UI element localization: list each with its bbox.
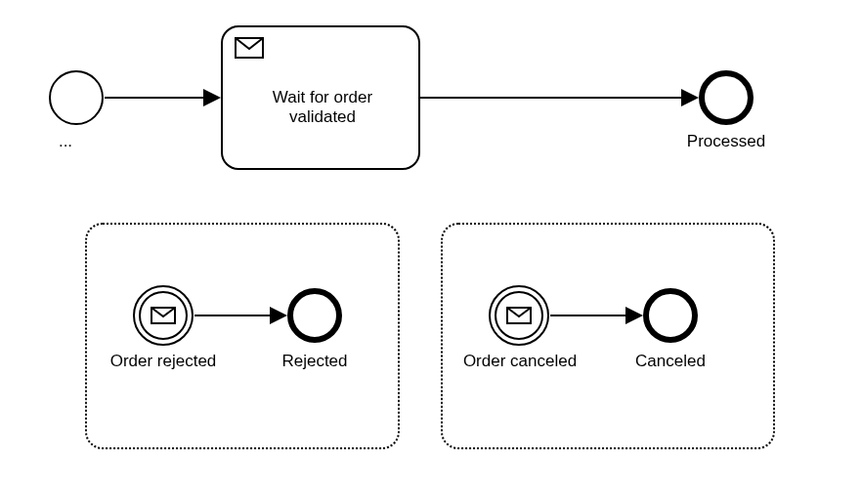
event-subprocess: Order rejected Rejected — [85, 223, 400, 449]
message-icon — [151, 307, 176, 324]
start-event-label: ... — [41, 132, 90, 151]
message-start-event — [133, 285, 194, 346]
end-event — [699, 70, 754, 125]
event-subprocess: Order canceled Canceled — [441, 223, 775, 449]
sequence-flow — [105, 97, 206, 99]
end-event-label: Canceled — [622, 352, 719, 371]
arrowhead-icon — [625, 307, 643, 324]
end-event-label: Processed — [677, 132, 775, 151]
task-label: Wait for order validated — [223, 88, 422, 126]
bpmn-diagram: ... Wait for order validated Processed — [0, 0, 862, 504]
end-event — [643, 288, 698, 343]
message-icon — [235, 37, 264, 59]
sequence-flow — [194, 315, 273, 316]
message-start-event-label: Order rejected — [105, 352, 222, 371]
start-event — [49, 70, 104, 125]
receive-task: Wait for order validated — [221, 25, 420, 170]
message-start-event — [489, 285, 549, 346]
sequence-flow — [550, 315, 628, 316]
arrowhead-icon — [203, 89, 221, 106]
arrowhead-icon — [681, 89, 699, 106]
message-icon — [506, 307, 532, 324]
arrowhead-icon — [270, 307, 287, 324]
sequence-flow — [420, 97, 684, 99]
end-event-label: Rejected — [266, 352, 364, 371]
end-event — [287, 288, 342, 343]
message-start-event-label: Order canceled — [456, 352, 583, 371]
